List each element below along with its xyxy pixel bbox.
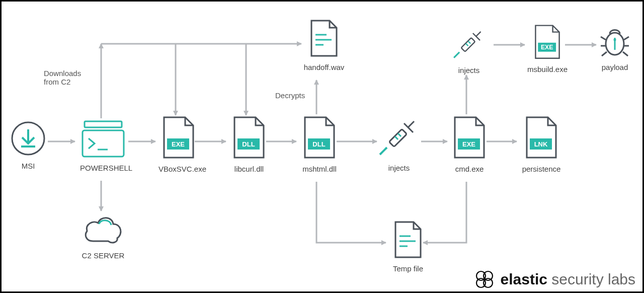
label-payload: payload: [597, 63, 632, 71]
label-mshtml: mshtml.dll: [299, 165, 340, 173]
svg-line-49: [468, 41, 470, 44]
file-dll-icon: DLL: [302, 116, 337, 160]
node-msi: MSI: [8, 120, 48, 170]
file-dll-icon: DLL: [231, 116, 267, 160]
syringe-icon: [452, 28, 486, 61]
edge-label-decrypts: Decrypts: [275, 91, 305, 100]
svg-text:EXE: EXE: [172, 140, 185, 148]
attribution-bold: elastic: [501, 271, 547, 287]
label-tempfile: Temp file: [388, 264, 428, 273]
diagram-canvas: MSI POWERSHELL EXE VBoxSVC.exe DLL libcu…: [5, 5, 639, 288]
svg-line-47: [454, 52, 459, 58]
svg-text:LNK: LNK: [534, 140, 548, 148]
node-tempfile: Temp file: [388, 221, 428, 273]
terminal-icon: [80, 119, 126, 159]
svg-text:EXE: EXE: [462, 140, 475, 148]
svg-line-29: [408, 121, 414, 127]
svg-line-32: [395, 136, 398, 139]
svg-rect-19: [85, 121, 122, 127]
label-libcurl: libcurl.dll: [229, 165, 269, 173]
svg-line-60: [623, 52, 628, 56]
node-cmd: EXE cmd.exe: [449, 116, 490, 173]
file-text-icon: [392, 221, 424, 259]
label-msi: MSI: [8, 162, 48, 170]
node-handoff: handoff.wav: [301, 20, 347, 71]
svg-line-59: [602, 52, 607, 56]
file-text-icon: [308, 20, 340, 58]
cloud-icon: [82, 213, 124, 246]
svg-rect-20: [83, 130, 124, 157]
label-powershell: POWERSHELL: [80, 164, 126, 172]
svg-line-48: [466, 43, 468, 46]
node-powershell: POWERSHELL: [80, 119, 126, 172]
elastic-logo-icon: [473, 268, 496, 290]
file-exe-icon: EXE: [161, 116, 196, 160]
svg-rect-28: [389, 129, 407, 146]
node-mshtml: DLL mshtml.dll: [299, 116, 340, 173]
bug-icon: [600, 25, 630, 58]
file-exe-icon: EXE: [533, 25, 562, 60]
attribution-light: security labs: [551, 271, 635, 287]
label-cmd: cmd.exe: [449, 165, 490, 173]
svg-text:DLL: DLL: [242, 140, 255, 148]
label-vboxsvc: VBoxSVC.exe: [158, 165, 199, 173]
svg-line-33: [398, 133, 401, 136]
node-msbuild: EXE msbuild.exe: [525, 25, 570, 74]
node-persistence: LNK persistence: [519, 116, 564, 173]
edge-label-downloads: Downloads from C2: [44, 69, 81, 86]
svg-point-64: [484, 278, 493, 287]
download-icon: [10, 120, 46, 157]
node-injects: injects: [378, 116, 420, 172]
node-c2: C2 SERVER: [81, 213, 125, 260]
svg-line-31: [380, 148, 387, 155]
svg-text:EXE: EXE: [541, 44, 553, 51]
svg-line-56: [624, 37, 629, 40]
svg-rect-44: [461, 38, 475, 52]
label-injects: injects: [378, 164, 420, 172]
label-handoff: handoff.wav: [301, 63, 347, 71]
svg-line-55: [601, 37, 606, 40]
label-injects-top: injects: [451, 66, 487, 75]
svg-point-54: [614, 39, 616, 41]
label-persistence: persistence: [519, 165, 564, 173]
label-c2: C2 SERVER: [81, 251, 125, 260]
syringe-icon: [378, 116, 420, 159]
node-libcurl: DLL libcurl.dll: [229, 116, 269, 173]
svg-text:DLL: DLL: [312, 140, 325, 148]
attribution: elastic security labs: [473, 268, 635, 290]
svg-line-45: [476, 32, 480, 36]
file-lnk-icon: LNK: [524, 116, 559, 160]
node-vboxsvc: EXE VBoxSVC.exe: [158, 116, 199, 173]
label-msbuild: msbuild.exe: [525, 65, 570, 74]
file-exe-icon: EXE: [452, 116, 487, 160]
node-payload: payload: [597, 25, 632, 71]
node-injects-top: injects: [451, 28, 487, 75]
